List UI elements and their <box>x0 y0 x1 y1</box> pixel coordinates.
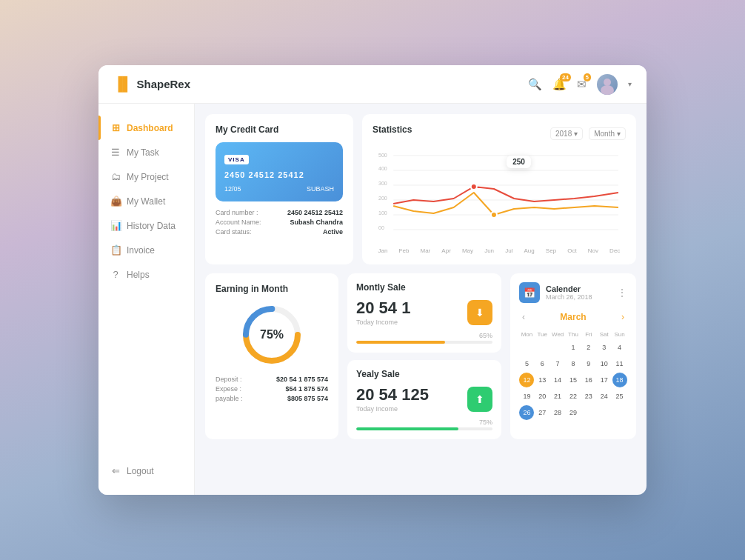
bottom-row: Earning in Month 75% Deposit : $20 54 1 … <box>205 273 636 439</box>
yearly-progress-bar <box>356 427 492 430</box>
svg-text:200: 200 <box>378 196 387 201</box>
deposit-val: $20 54 1 875 574 <box>276 376 328 383</box>
cal-day[interactable]: 13 <box>535 373 549 387</box>
payable-row: payable : $805 875 574 <box>216 395 328 402</box>
wallet-icon: 👜 <box>110 196 121 207</box>
cal-day[interactable]: 6 <box>535 356 549 371</box>
credit-card-panel: My Credit Card VISA 2450 24512 25412 12/… <box>205 114 353 264</box>
cal-day[interactable]: 15 <box>566 373 581 387</box>
sidebar-label-invoice: Invoice <box>127 245 155 256</box>
cal-day[interactable]: 19 <box>519 389 534 404</box>
monthly-sale-progress: 65% <box>356 332 492 344</box>
cal-day[interactable]: 2 <box>581 340 596 355</box>
payable-label: payable : <box>216 395 243 402</box>
sidebar-item-mytask[interactable]: ☰ My Task <box>98 140 194 164</box>
sidebar-item-invoice[interactable]: 📋 Invoice <box>98 238 194 262</box>
body: ⊞ Dashboard ☰ My Task 🗂 My Project 👜 My … <box>98 104 647 495</box>
stats-controls: 2018 ▾ Month ▾ <box>550 127 626 140</box>
cal-day-highlighted[interactable]: 18 <box>612 373 627 387</box>
cal-day[interactable]: 22 <box>566 389 581 404</box>
chart-tooltip: 250 <box>507 156 531 168</box>
message-badge: 5 <box>584 73 591 81</box>
cal-title-block: Calender March 26, 2018 <box>546 284 611 301</box>
monthly-sale-icon-btn[interactable]: ⬇ <box>467 300 492 325</box>
card-expiry: 12/05 <box>224 185 241 193</box>
cal-day[interactable]: 16 <box>581 373 596 387</box>
yearly-sale-icon-btn[interactable]: ⬆ <box>467 387 492 412</box>
info-status-label: Card status: <box>216 228 252 236</box>
cal-day[interactable]: 20 <box>535 389 549 404</box>
sidebar-label-mywallet: My Wallet <box>127 196 165 207</box>
sidebar-item-dashboard[interactable]: ⊞ Dashboard <box>98 116 194 140</box>
svg-text:400: 400 <box>378 166 387 171</box>
card-number-display: 2450 24512 25412 <box>224 170 334 179</box>
cal-day[interactable]: 11 <box>612 356 627 371</box>
sidebar-item-myproject[interactable]: 🗂 My Project <box>98 164 194 189</box>
yearly-sale-panel: Yealy Sale 20 54 125 Today Income ⬆ 75% <box>347 360 501 439</box>
monthly-sale-amount-block: 20 54 1 Today Income <box>356 300 410 326</box>
cal-day[interactable]: 8 <box>566 356 581 371</box>
cal-day-empty <box>519 340 534 355</box>
card-holder: SUBASH <box>307 185 334 193</box>
chevron-down-icon[interactable]: ▾ <box>628 80 632 88</box>
cal-day[interactable]: 25 <box>612 389 627 404</box>
cal-day-selected[interactable]: 26 <box>519 405 534 420</box>
cal-month: March <box>560 312 586 322</box>
cal-day[interactable]: 9 <box>581 356 596 371</box>
cal-day[interactable]: 10 <box>597 356 612 371</box>
avatar[interactable] <box>597 74 618 95</box>
month-dropdown[interactable]: Month ▾ <box>589 127 626 140</box>
earning-details: Deposit : $20 54 1 875 574 Expese : $54 … <box>216 376 328 402</box>
cal-day[interactable]: 5 <box>519 356 534 371</box>
cal-day[interactable]: 24 <box>597 389 612 404</box>
monthly-sale-header: 20 54 1 Today Income ⬇ <box>356 300 492 326</box>
sale-panels: Montly Sale 20 54 1 Today Income ⬇ 65% <box>347 273 501 439</box>
message-icon[interactable]: ✉5 <box>577 78 587 91</box>
cal-day[interactable]: 7 <box>550 356 565 371</box>
task-icon: ☰ <box>110 147 121 158</box>
cal-title: Calender <box>546 284 611 293</box>
cal-day[interactable]: 29 <box>566 405 581 420</box>
notification-icon[interactable]: 🔔24 <box>552 78 567 91</box>
cal-next-button[interactable]: › <box>618 310 627 324</box>
year-dropdown[interactable]: 2018 ▾ <box>550 127 583 140</box>
sidebar-label-dashboard: Dashboard <box>127 123 173 133</box>
sidebar-item-helps[interactable]: ? Helps <box>98 262 194 287</box>
main-content: My Credit Card VISA 2450 24512 25412 12/… <box>195 104 647 495</box>
yearly-sale-header: 20 54 125 Today Income ⬆ <box>356 387 492 413</box>
cal-header: 📅 Calender March 26, 2018 ⋮ <box>519 282 627 303</box>
sidebar-item-historydata[interactable]: 📊 History Data <box>98 213 194 238</box>
cal-day[interactable]: 27 <box>535 405 549 420</box>
cal-menu-button[interactable]: ⋮ <box>617 287 627 299</box>
card-bottom: 12/05 SUBASH <box>224 185 334 193</box>
card-info: Card number : 2450 24512 25412 Account N… <box>216 209 343 236</box>
cal-day[interactable]: 4 <box>612 340 627 355</box>
cal-day[interactable]: 28 <box>550 405 565 420</box>
cal-date: March 26, 2018 <box>546 293 611 301</box>
cal-day[interactable]: 3 <box>597 340 612 355</box>
logout-icon: ⇐ <box>110 465 121 476</box>
logout-button[interactable]: ⇐ Logout <box>98 459 194 483</box>
project-icon: 🗂 <box>110 171 121 182</box>
search-icon[interactable]: 🔍 <box>528 78 542 91</box>
cal-prev-button[interactable]: ‹ <box>519 310 528 324</box>
chart-labels: JanFeb MarApr MayJun JulAug SepOct NovDe… <box>372 247 626 254</box>
cal-days-header: Mon Tue Wed Thu Fri Sat Sun <box>519 330 627 339</box>
cal-day-empty <box>535 340 549 355</box>
cal-day[interactable]: 23 <box>581 389 596 404</box>
cal-day[interactable]: 21 <box>550 389 565 404</box>
cal-day[interactable]: 17 <box>597 373 612 387</box>
cal-day[interactable]: 14 <box>550 373 565 387</box>
logo-text: ShapeRex <box>137 78 191 90</box>
yearly-sale-amount: 20 54 125 <box>356 387 429 403</box>
logout-label: Logout <box>127 466 154 476</box>
monthly-progress-bar <box>356 341 492 344</box>
yearly-sale-sub: Today Income <box>356 405 429 413</box>
cal-day[interactable]: 1 <box>566 340 581 355</box>
info-row-status: Card status: Active <box>216 228 343 236</box>
credit-card-title: My Credit Card <box>216 124 343 135</box>
cal-day-today[interactable]: 12 <box>519 373 534 387</box>
donut-container: 75% <box>216 301 328 368</box>
sidebar-item-mywallet[interactable]: 👜 My Wallet <box>98 189 194 213</box>
yearly-sale-title: Yealy Sale <box>356 369 492 379</box>
